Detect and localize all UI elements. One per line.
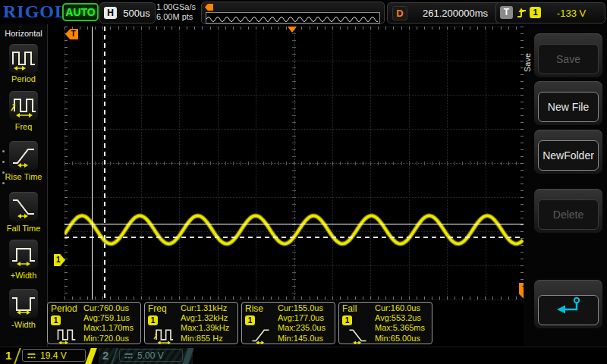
trigger-source-badge: 1 bbox=[530, 7, 541, 18]
left-measure-menu: Horizontal Period Freq Rise Time Fall Ti… bbox=[0, 24, 48, 347]
measure-threshold-line-high bbox=[64, 224, 524, 224]
run-state-badge[interactable]: AUTO bbox=[62, 3, 99, 21]
preview-position-arrow-icon bbox=[205, 4, 213, 11]
measurement-cur: Cur:760.0us bbox=[83, 303, 134, 313]
channel2-number: 2 bbox=[102, 349, 109, 362]
measurement-min: Min:720.0us bbox=[83, 334, 134, 344]
minus-width-icon bbox=[9, 289, 38, 318]
measurement-name: Rise bbox=[245, 303, 263, 314]
channel-status-bar: 1 19.4 V 2 5.00 V bbox=[0, 347, 607, 364]
softkey-slot: NewFolder bbox=[534, 130, 602, 174]
channel1-ground-marker[interactable]: 1 bbox=[54, 254, 65, 266]
plus-width-icon bbox=[9, 240, 38, 268]
measurement-channel-badge: 1 bbox=[51, 315, 61, 325]
measurement-min: Min:145.0us bbox=[278, 334, 326, 344]
scroll-dot bbox=[2, 150, 5, 152]
softkey-slot bbox=[534, 280, 602, 328]
trigger-level-value: -133 V bbox=[543, 8, 599, 19]
menu-item-label: +Width bbox=[0, 271, 47, 280]
delay-value: 261.200000ms bbox=[409, 8, 502, 19]
measurement-avg: Avg:553.2us bbox=[375, 313, 425, 323]
new-file-button[interactable]: New File bbox=[538, 92, 599, 122]
horizontal-reference-marker[interactable] bbox=[288, 27, 297, 33]
menu-item-label: Rise Time bbox=[0, 172, 47, 181]
save-button[interactable]: Save bbox=[538, 44, 599, 74]
trigger-label: T bbox=[500, 6, 513, 19]
freq-icon bbox=[9, 91, 38, 120]
dc-coupling-icon bbox=[124, 349, 134, 362]
channel1-number: 1 bbox=[5, 349, 11, 362]
trigger-box[interactable]: T 1 -133 V bbox=[495, 2, 605, 24]
measure-threshold-line-low bbox=[64, 237, 524, 238]
channel1-scale: 19.4 V bbox=[40, 350, 67, 361]
rigol-logo: RIGOL bbox=[3, 2, 68, 22]
measurement-avg: Avg:1.32kHz bbox=[181, 313, 229, 323]
measurement-box-period[interactable]: Period 1 Cur:760.0us Avg:759.1us Max:1.1… bbox=[47, 302, 141, 344]
freq-icon bbox=[149, 325, 178, 348]
scroll-dot bbox=[2, 171, 5, 174]
timebase-value: 500us bbox=[120, 8, 153, 19]
measurement-channel-badge: 1 bbox=[245, 315, 255, 325]
measurement-min: Min:855 Hz bbox=[181, 334, 229, 344]
measurement-cur: Cur:155.0us bbox=[278, 303, 326, 313]
menu-item-label: Period bbox=[0, 74, 47, 83]
scroll-dot bbox=[2, 161, 5, 163]
channel2-status[interactable]: 2 5.00 V bbox=[99, 348, 193, 364]
period-icon bbox=[9, 44, 38, 73]
divider bbox=[85, 348, 97, 364]
menu-item-label: -Width bbox=[0, 320, 47, 329]
right-soft-menu: Save Save New File NewFolder Delete bbox=[524, 24, 607, 347]
measurement-cur: Cur:1.31kHz bbox=[181, 303, 229, 313]
softkey-slot: Delete bbox=[534, 189, 602, 233]
measurement-min: Min:65.00us bbox=[375, 334, 425, 344]
delete-button[interactable]: Delete bbox=[538, 199, 599, 230]
horizontal-label: H bbox=[104, 7, 117, 19]
measurement-cur: Cur:160.0us bbox=[375, 303, 425, 313]
measurement-max: Max:235.0us bbox=[278, 323, 326, 333]
measurement-channel-badge: 1 bbox=[148, 315, 158, 325]
return-button[interactable] bbox=[538, 295, 599, 325]
menu-item-label: Freq bbox=[0, 122, 47, 131]
delay-box[interactable]: D 261.200000ms bbox=[387, 2, 508, 24]
return-arrow-icon bbox=[555, 306, 582, 318]
measurement-box-rise[interactable]: Rise 1 Cur:155.0us Avg:177.0us Max:235.0… bbox=[241, 302, 335, 344]
measurement-channel-badge: 1 bbox=[342, 315, 352, 325]
acquisition-info: 1.00GSa/s 6.00M pts bbox=[156, 2, 196, 22]
divider bbox=[182, 348, 194, 364]
softkey-slot: New File bbox=[534, 81, 602, 125]
horizontal-timebase-box[interactable]: H 500us bbox=[99, 2, 156, 24]
delay-label: D bbox=[392, 6, 407, 20]
softkey-slot: Save bbox=[534, 33, 602, 77]
period-icon bbox=[52, 325, 80, 348]
menu-tab-save: Save bbox=[523, 53, 532, 72]
channel1-status[interactable]: 1 19.4 V bbox=[2, 348, 96, 364]
left-menu-title: Horizontal bbox=[0, 29, 47, 38]
channel1-trace bbox=[64, 27, 524, 300]
measurement-max: Max:1.170ms bbox=[83, 323, 134, 333]
measurement-box-freq[interactable]: Freq 1 Cur:1.31kHz Avg:1.32kHz Max:1.39k… bbox=[144, 302, 238, 344]
fall-time-icon bbox=[344, 325, 372, 348]
scope-display: T T 1 bbox=[64, 27, 524, 300]
measurement-name: Freq bbox=[148, 303, 167, 314]
measurement-name: Period bbox=[51, 303, 77, 314]
memory-depth: 6.00M pts bbox=[156, 12, 196, 22]
rise-time-icon bbox=[9, 141, 38, 170]
scroll-dot bbox=[2, 182, 5, 184]
preview-waveform-window bbox=[206, 12, 380, 24]
rise-time-icon bbox=[247, 325, 275, 348]
divider bbox=[14, 348, 21, 364]
measurement-max: Max:5.365ms bbox=[375, 323, 425, 333]
measurement-box-fall[interactable]: Fall 1 Cur:160.0us Avg:553.2us Max:5.365… bbox=[338, 302, 432, 344]
new-folder-button[interactable]: NewFolder bbox=[538, 140, 599, 171]
fall-time-icon bbox=[9, 192, 38, 221]
measure-cursor-line-dashed bbox=[104, 27, 105, 300]
dc-coupling-icon bbox=[27, 349, 36, 362]
waveform-preview-bar[interactable] bbox=[201, 2, 385, 24]
measure-cursor-line-solid bbox=[92, 27, 93, 300]
measurement-name: Fall bbox=[342, 303, 357, 314]
measurement-max: Max:1.39kHz bbox=[181, 323, 229, 333]
sample-rate: 1.00GSa/s bbox=[156, 2, 196, 12]
trigger-edge-icon bbox=[516, 8, 527, 21]
menu-item-label: Fall Time bbox=[0, 224, 47, 233]
measurement-avg: Avg:177.0us bbox=[278, 313, 326, 323]
